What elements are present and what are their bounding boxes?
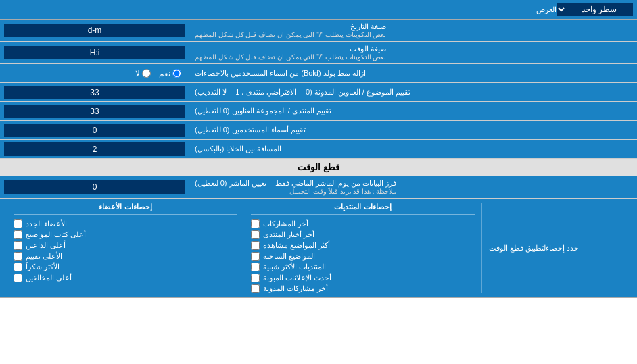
forum-stats-col: إحصاءات المنتديات أخر المشاركات أخر أخبا… xyxy=(244,203,481,293)
forum-order-input-cell xyxy=(0,102,189,120)
cb-top-callers: أعلى الداعين xyxy=(14,241,237,250)
date-format-label-main: صيغة التاريخ xyxy=(195,22,386,31)
forum-order-row: تقييم المنتدى / المجموعة العناوين (0 للت… xyxy=(0,102,637,121)
time-format-input-cell xyxy=(0,42,189,63)
forum-stats-header: إحصاءات المنتديات xyxy=(251,203,475,215)
distance-input-cell xyxy=(0,140,189,158)
time-cut-label: فرز البيانات من يوم الماشر الماضي فقط --… xyxy=(189,176,637,198)
users-order-label: تقييم أسماء المستخدمين (0 للتعطيل) xyxy=(189,121,637,139)
forum-order-label: تقييم المنتدى / المجموعة العناوين (0 للت… xyxy=(189,102,637,120)
users-order-label-main: تقييم أسماء المستخدمين (0 للتعطيل) xyxy=(195,126,306,134)
time-cut-section-header: قطع الوقت xyxy=(0,159,637,176)
cb-top-writers: أعلى كتاب المواضيع xyxy=(14,230,237,239)
bold-no-radio[interactable] xyxy=(142,69,151,78)
cb-most-viewed-input[interactable] xyxy=(251,241,260,250)
time-cut-label-main: فرز البيانات من يوم الماشر الماضي فقط --… xyxy=(195,179,396,188)
checkboxes-section: حدد إحصاءلتطبيق قطع الوقت إحصاءات المنتد… xyxy=(0,199,637,298)
bold-yes-label[interactable]: نعم xyxy=(159,69,181,78)
time-format-input[interactable] xyxy=(4,46,185,59)
cb-forum-news-input[interactable] xyxy=(251,230,260,239)
cb-top-writers-input[interactable] xyxy=(14,230,22,239)
forum-order-input[interactable] xyxy=(4,105,185,118)
display-label: العرض xyxy=(4,5,557,14)
forum-order-label-main: تقييم المنتدى / المجموعة العناوين (0 للت… xyxy=(195,107,331,115)
cb-latest-ads-input[interactable] xyxy=(251,274,260,282)
apply-label-cell: حدد إحصاءلتطبيق قطع الوقت xyxy=(481,203,630,293)
cb-latest-ads: أحدث الإعلانات المبونة xyxy=(251,274,475,282)
cb-most-thanks: الأكثر شكراً xyxy=(14,263,237,271)
topics-order-input[interactable] xyxy=(4,86,185,99)
date-format-label: صيغة التاريخ بعض التكوينات يتطلب "/" الت… xyxy=(189,20,637,41)
topics-order-row: تقييم الموضوع / العناوين المدونة (0 -- ا… xyxy=(0,83,637,102)
bold-remove-label-main: ازالة نمط بولد (Bold) من اسماء المستخدمي… xyxy=(195,69,366,78)
cb-top-rated-input[interactable] xyxy=(14,252,22,261)
cb-forum-news: أخر أخبار المنتدى xyxy=(251,230,475,239)
cb-most-viewed: أكثر المواضيع مشاهدة xyxy=(251,241,475,250)
cb-last-posts: أخر المشاركات xyxy=(251,219,475,228)
time-format-label-main: صيغة الوقت xyxy=(195,45,386,53)
distance-label: المسافة بين الخلايا (بالبكسل) xyxy=(189,140,637,158)
time-format-label-sub: بعض التكوينات يتطلب "/" التي يمكن ان تضا… xyxy=(195,53,386,61)
time-cut-label-sub: ملاحظة : هذا قد يزيد قبلاً وقت التحميل xyxy=(195,188,396,195)
topics-order-label-main: تقييم الموضوع / العناوين المدونة (0 -- ا… xyxy=(195,88,410,97)
topics-order-input-cell xyxy=(0,83,189,101)
bold-remove-row: ازالة نمط بولد (Bold) من اسماء المستخدمي… xyxy=(0,64,637,83)
date-format-input[interactable] xyxy=(4,24,185,37)
time-cut-input[interactable] xyxy=(4,180,185,194)
cb-blog-posts-input[interactable] xyxy=(251,284,260,293)
cb-popular-forums-input[interactable] xyxy=(251,263,260,271)
cb-new-members-input[interactable] xyxy=(14,219,22,228)
date-format-label-sub: بعض التكوينات يتطلب "/" التي يمكن ان تضا… xyxy=(195,31,386,38)
distance-row: المسافة بين الخلايا (بالبكسل) xyxy=(0,140,637,159)
bold-remove-radio-cell: نعم لا xyxy=(0,64,189,82)
bold-no-label[interactable]: لا xyxy=(135,69,151,78)
cb-top-callers-input[interactable] xyxy=(14,241,22,250)
member-stats-header: إحصاءات الأعضاء xyxy=(14,203,237,215)
checkboxes-container: حدد إحصاءلتطبيق قطع الوقت إحصاءات المنتد… xyxy=(7,203,630,293)
cb-top-violated: أعلى المخالفين xyxy=(14,274,237,282)
time-format-label: صيغة الوقت بعض التكوينات يتطلب "/" التي … xyxy=(189,42,637,63)
distance-input[interactable] xyxy=(4,142,185,156)
apply-label-text: حدد إحصاءلتطبيق قطع الوقت xyxy=(489,244,579,253)
bold-yes-radio[interactable] xyxy=(172,69,181,78)
users-order-input[interactable] xyxy=(4,124,185,137)
time-cut-input-cell xyxy=(0,176,189,198)
cb-blog-posts: أخر مشاركات المدونة xyxy=(251,284,475,293)
cb-top-rated: الأعلى تقييم xyxy=(14,252,237,261)
time-format-row: صيغة الوقت بعض التكوينات يتطلب "/" التي … xyxy=(0,42,637,64)
member-stats-col: إحصاءات الأعضاء الأعضاء الجدد أعلى كتاب … xyxy=(7,203,244,293)
cb-most-thanks-input[interactable] xyxy=(14,263,22,271)
cb-new-members: الأعضاء الجدد xyxy=(14,219,237,228)
cb-last-posts-input[interactable] xyxy=(251,219,260,228)
display-select-cell: سطر واحد سطرين ثلاثة أسطر xyxy=(557,3,633,16)
display-select[interactable]: سطر واحد سطرين ثلاثة أسطر xyxy=(557,3,633,16)
topics-order-label: تقييم الموضوع / العناوين المدونة (0 -- ا… xyxy=(189,83,637,101)
bold-remove-label: ازالة نمط بولد (Bold) من اسماء المستخدمي… xyxy=(189,64,637,82)
users-order-input-cell xyxy=(0,121,189,139)
cb-hot-topics: المواضيع الساخنة xyxy=(251,252,475,261)
cb-hot-topics-input[interactable] xyxy=(251,252,260,261)
users-order-row: تقييم أسماء المستخدمين (0 للتعطيل) xyxy=(0,121,637,140)
cb-top-violated-input[interactable] xyxy=(14,274,22,282)
time-cut-row: فرز البيانات من يوم الماشر الماضي فقط --… xyxy=(0,176,637,199)
distance-label-main: المسافة بين الخلايا (بالبكسل) xyxy=(195,145,282,153)
date-format-row: صيغة التاريخ بعض التكوينات يتطلب "/" الت… xyxy=(0,20,637,42)
top-row: سطر واحد سطرين ثلاثة أسطر العرض xyxy=(0,0,637,20)
cb-popular-forums: المنتديات الأكثر شببية xyxy=(251,263,475,271)
date-format-input-cell xyxy=(0,20,189,41)
